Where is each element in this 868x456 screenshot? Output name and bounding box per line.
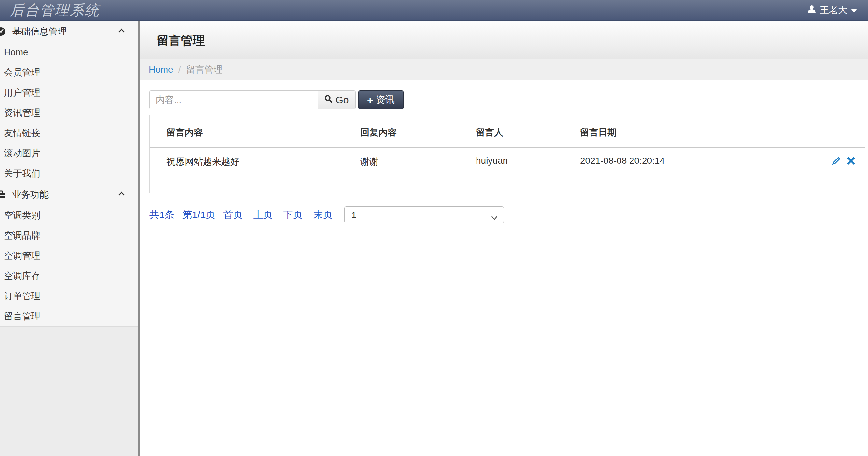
dashboard-icon <box>0 27 9 36</box>
search-input[interactable] <box>150 91 318 109</box>
edit-icon[interactable] <box>831 156 842 168</box>
content-area: Go + 资讯 留言内容 回复内容 留言人 留言日期 <box>141 80 868 456</box>
breadcrumb-current: 留言管理 <box>186 63 222 76</box>
page-select[interactable]: 1 <box>344 206 504 223</box>
add-news-button[interactable]: + 资讯 <box>358 91 404 109</box>
chevron-up-icon <box>118 191 125 198</box>
table-header-row: 留言内容 回复内容 留言人 留言日期 <box>150 115 865 148</box>
sidebar-item-messages[interactable]: 留言管理 <box>0 306 138 326</box>
pagination-next-link[interactable]: 下页 <box>283 208 303 222</box>
sidebar-section-label: 基础信息管理 <box>12 25 67 38</box>
sidebar-item-ac-stock[interactable]: 空调库存 <box>0 266 138 286</box>
messages-table: 留言内容 回复内容 留言人 留言日期 祝愿网站越来越好 谢谢 huiyuan <box>150 115 865 168</box>
sidebar-item-home[interactable]: Home <box>0 42 138 63</box>
main-area: 留言管理 Home / 留言管理 Go <box>141 21 868 456</box>
sidebar-item-links[interactable]: 友情链接 <box>0 123 138 143</box>
header-actions <box>816 115 865 148</box>
sidebar-group-basic-info: Home 会员管理 用户管理 资讯管理 友情链接 滚动图片 关于我们 <box>0 42 138 184</box>
breadcrumb: Home / 留言管理 <box>141 59 868 80</box>
sidebar-item-about[interactable]: 关于我们 <box>0 163 138 184</box>
sidebar-section-label: 业务功能 <box>12 189 49 201</box>
go-button-label: Go <box>336 94 348 105</box>
table-row: 祝愿网站越来越好 谢谢 huiyuan 2021-08-08 20:20:14 <box>150 148 865 168</box>
app-brand[interactable]: 后台管理系统 <box>0 1 100 20</box>
search-icon <box>324 94 333 105</box>
header-reply-content: 回复内容 <box>360 115 476 148</box>
sidebar-item-members[interactable]: 会员管理 <box>0 63 138 83</box>
pagination-prev-link[interactable]: 上页 <box>253 208 273 222</box>
sidebar-section-business[interactable]: 业务功能 <box>0 184 138 205</box>
user-icon <box>807 5 816 16</box>
add-button-label: 资讯 <box>376 93 395 106</box>
header-date: 留言日期 <box>580 115 816 148</box>
briefcase-icon <box>0 190 9 199</box>
top-navbar: 后台管理系统 王老大 <box>0 0 868 21</box>
user-menu[interactable]: 王老大 <box>807 4 868 16</box>
sidebar-item-news[interactable]: 资讯管理 <box>0 103 138 123</box>
sidebar: 基础信息管理 Home 会员管理 用户管理 资讯管理 友情链接 滚动图片 关于我… <box>0 21 138 456</box>
header-author: 留言人 <box>476 115 580 148</box>
search-go-button[interactable]: Go <box>317 91 356 109</box>
sidebar-item-ac-brand[interactable]: 空调品牌 <box>0 226 138 246</box>
pagination-total: 共1条 <box>150 208 175 222</box>
cell-message-content: 祝愿网站越来越好 <box>150 148 360 168</box>
sidebar-item-ac-category[interactable]: 空调类别 <box>0 205 138 226</box>
breadcrumb-home-link[interactable]: Home <box>149 64 173 75</box>
page-title: 留言管理 <box>141 21 868 49</box>
user-name: 王老大 <box>820 4 847 16</box>
pagination: 共1条 第1/1页 首页 上页 下页 末页 1 <box>150 206 865 223</box>
sidebar-divider-bar[interactable] <box>138 21 141 456</box>
pagination-first-link[interactable]: 首页 <box>223 208 243 222</box>
table-panel: 留言内容 回复内容 留言人 留言日期 祝愿网站越来越好 谢谢 huiyuan <box>150 115 865 193</box>
breadcrumb-separator: / <box>179 64 181 75</box>
plus-icon: + <box>367 95 373 105</box>
sidebar-item-carousel[interactable]: 滚动图片 <box>0 143 138 163</box>
sidebar-group-business: 空调类别 空调品牌 空调管理 空调库存 订单管理 留言管理 <box>0 205 138 327</box>
sidebar-item-ac-manage[interactable]: 空调管理 <box>0 246 138 266</box>
sidebar-filler <box>0 327 138 456</box>
sidebar-item-orders[interactable]: 订单管理 <box>0 286 138 306</box>
chevron-up-icon <box>118 28 125 34</box>
toolbar: Go + 资讯 <box>150 91 865 109</box>
cell-date: 2021-08-08 20:20:14 <box>580 148 816 168</box>
page-header: 留言管理 <box>141 21 868 59</box>
pagination-page-info: 第1/1页 <box>182 208 216 222</box>
delete-icon[interactable] <box>846 156 856 168</box>
sidebar-section-basic-info[interactable]: 基础信息管理 <box>0 21 138 42</box>
sidebar-item-users[interactable]: 用户管理 <box>0 83 138 103</box>
cell-reply-content: 谢谢 <box>360 148 476 168</box>
caret-down-icon <box>851 9 857 13</box>
header-message-content: 留言内容 <box>150 115 360 148</box>
cell-actions <box>816 148 865 168</box>
cell-author: huiyuan <box>476 148 580 168</box>
pagination-last-link[interactable]: 末页 <box>313 208 333 222</box>
